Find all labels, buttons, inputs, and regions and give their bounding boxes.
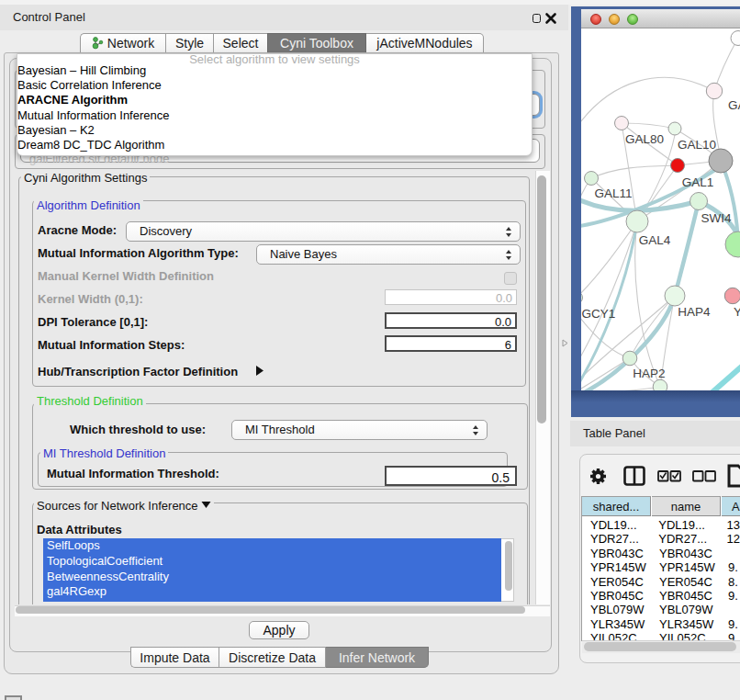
svg-text:Y: Y (734, 305, 740, 319)
svg-text:GAL10: GAL10 (678, 138, 716, 152)
svg-text:SWI4: SWI4 (701, 211, 731, 225)
svg-text:GAL1: GAL1 (682, 175, 714, 189)
svg-text:GAL80: GAL80 (625, 132, 664, 146)
svg-text:GCY1: GCY1 (582, 307, 616, 321)
svg-text:GAL: GAL (728, 98, 740, 112)
svg-text:HAP4: HAP4 (678, 305, 711, 319)
svg-text:GAL11: GAL11 (594, 186, 632, 200)
svg-text:HAP2: HAP2 (633, 367, 665, 380)
svg-text:GAL4: GAL4 (639, 233, 671, 247)
